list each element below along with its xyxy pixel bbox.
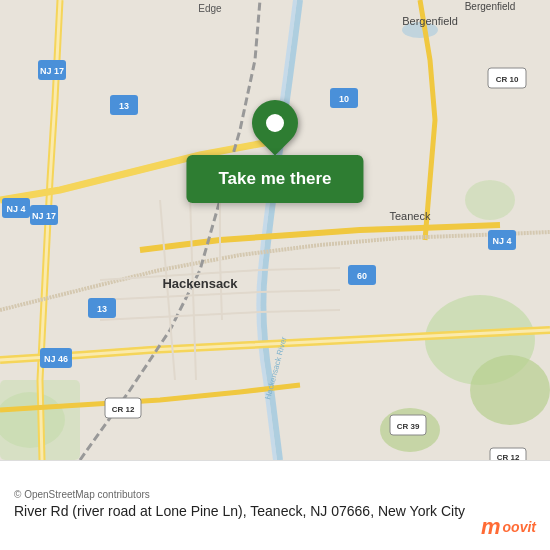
- svg-text:CR 39: CR 39: [397, 422, 420, 431]
- svg-text:CR 12: CR 12: [497, 453, 520, 460]
- bottom-info-bar: © OpenStreetMap contributors River Rd (r…: [0, 460, 550, 550]
- svg-text:NJ 17: NJ 17: [32, 211, 56, 221]
- svg-text:13: 13: [119, 101, 129, 111]
- moovit-brand-text: oovit: [503, 520, 536, 534]
- svg-text:10: 10: [339, 94, 349, 104]
- svg-point-2: [470, 355, 550, 425]
- cta-container: Take me there: [186, 155, 363, 203]
- location-pin: [252, 100, 298, 146]
- svg-text:Hackensack: Hackensack: [162, 276, 238, 291]
- map-view: NJ 4 NJ 17 NJ 17 13 13 10 CR 10 NJ 4 60 …: [0, 0, 550, 460]
- svg-text:Bergenfield: Bergenfield: [402, 15, 458, 27]
- moovit-m-letter: m: [481, 516, 501, 538]
- pin-center: [266, 114, 284, 132]
- svg-text:NJ 46: NJ 46: [44, 354, 68, 364]
- pin-icon: [242, 90, 307, 155]
- svg-text:CR 12: CR 12: [112, 405, 135, 414]
- svg-text:Edge: Edge: [198, 3, 222, 14]
- svg-text:13: 13: [97, 304, 107, 314]
- svg-text:NJ 4: NJ 4: [492, 236, 511, 246]
- svg-point-4: [465, 180, 515, 220]
- svg-text:CR 10: CR 10: [496, 75, 519, 84]
- take-me-there-button[interactable]: Take me there: [186, 155, 363, 203]
- copyright-notice: © OpenStreetMap contributors: [14, 489, 536, 500]
- svg-text:60: 60: [357, 271, 367, 281]
- address-label: River Rd (river road at Lone Pine Ln), T…: [14, 502, 536, 522]
- svg-text:Teaneck: Teaneck: [390, 210, 431, 222]
- svg-rect-0: [0, 0, 550, 460]
- moovit-logo: m oovit: [481, 516, 536, 538]
- svg-text:Bergenfield: Bergenfield: [465, 1, 516, 12]
- svg-text:NJ 4: NJ 4: [6, 204, 25, 214]
- svg-text:NJ 17: NJ 17: [40, 66, 64, 76]
